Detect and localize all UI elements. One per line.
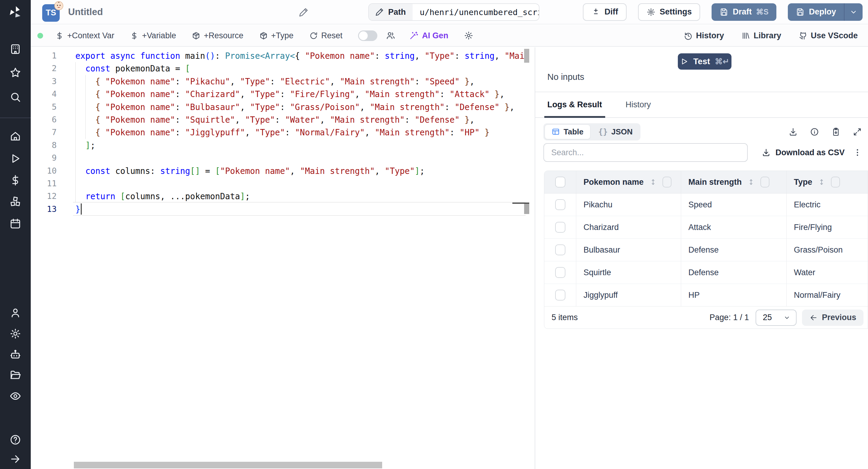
- toolbar--type-button[interactable]: +Type: [259, 31, 293, 40]
- sidebar-item-folder-icon[interactable]: [9, 369, 22, 381]
- view-table-label: Table: [564, 127, 584, 136]
- code-line: [75, 152, 535, 164]
- windmill-logo-icon[interactable]: [8, 5, 23, 20]
- previous-label: Previous: [822, 313, 856, 322]
- baby-emoji-icon: [54, 1, 64, 11]
- toolbar-label: +Type: [271, 31, 293, 40]
- path-label: Path: [388, 7, 406, 17]
- settings-label: Settings: [660, 7, 692, 17]
- table-row[interactable]: SquirtleDefenseWater: [544, 261, 868, 284]
- view-table-button[interactable]: Table: [545, 124, 590, 139]
- column-checkbox[interactable]: [761, 177, 770, 187]
- sidebar-item-home-icon[interactable]: [9, 130, 22, 142]
- row-checkbox[interactable]: [555, 290, 565, 301]
- sidebar-item-play-icon[interactable]: [9, 153, 22, 164]
- table-row[interactable]: PikachuSpeedElectric: [544, 193, 868, 216]
- toolbar-library-button[interactable]: Library: [741, 31, 781, 40]
- expand-icon[interactable]: [852, 127, 862, 136]
- table-search-row: Download as CSV: [544, 143, 862, 162]
- table-row[interactable]: JigglypuffHPNormal/Fairy: [544, 284, 868, 307]
- vertical-scrollbar[interactable]: [524, 49, 529, 63]
- row-checkbox[interactable]: [555, 199, 565, 210]
- sidebar-item-dollar-icon[interactable]: [9, 174, 22, 186]
- path-value[interactable]: u/henri/unencumbered_script: [412, 4, 539, 20]
- sort-icon[interactable]: [747, 178, 755, 187]
- line-number: 9: [31, 152, 57, 164]
- column-label: Type: [794, 178, 812, 187]
- sidebar-item-building-icon[interactable]: [9, 43, 22, 55]
- diff-button[interactable]: Diff: [583, 3, 627, 21]
- sidebar-item-help-icon[interactable]: [9, 434, 22, 446]
- row-select-cell: [544, 261, 576, 284]
- sidebar-item-person-icon[interactable]: [9, 307, 22, 319]
- code-line: return [columns, ...pokemonData];: [75, 190, 535, 202]
- no-inputs-text: No inputs: [547, 72, 584, 82]
- view-json-button[interactable]: {} JSON: [592, 125, 639, 139]
- edit-summary-icon[interactable]: [299, 7, 309, 18]
- per-page-select[interactable]: 25: [755, 310, 797, 326]
- sidebar-item-robot-icon[interactable]: [9, 349, 22, 361]
- editor-settings-icon[interactable]: [464, 31, 473, 40]
- sidebar-item-cubes-icon[interactable]: [9, 196, 22, 208]
- code-editor[interactable]: 12345678910111213 export async function …: [31, 47, 535, 469]
- refresh-icon: [309, 31, 318, 40]
- row-select-cell: [544, 239, 576, 261]
- sidebar-item-gear-icon[interactable]: [9, 327, 22, 340]
- sort-icon[interactable]: [818, 178, 826, 187]
- toolbar--context-var-button[interactable]: +Context Var: [55, 31, 114, 40]
- settings-button[interactable]: Settings: [638, 3, 701, 21]
- collaborators-icon[interactable]: [386, 31, 396, 40]
- diff-mode-toggle[interactable]: [358, 30, 377, 41]
- row-checkbox[interactable]: [555, 222, 565, 233]
- table-row[interactable]: BulbasaurDefenseGrass/Poison: [544, 239, 868, 261]
- download-icon[interactable]: [788, 127, 798, 136]
- sort-icon[interactable]: [649, 178, 657, 187]
- draft-label: Draft: [733, 7, 752, 17]
- toolbar-label: Reset: [321, 31, 343, 40]
- toolbar-history-button[interactable]: History: [684, 31, 724, 40]
- sidebar: [0, 0, 31, 469]
- toolbar--resource-button[interactable]: +Resource: [192, 31, 243, 40]
- sidebar-item-star-icon[interactable]: [9, 67, 22, 79]
- tab-logs-result[interactable]: Logs & Result: [544, 92, 605, 117]
- sidebar-item-calendar-icon[interactable]: [9, 218, 22, 230]
- row-checkbox[interactable]: [555, 245, 565, 255]
- view-switcher: Table {} JSON: [544, 123, 641, 140]
- save-icon: [719, 7, 728, 17]
- download-csv-button[interactable]: Download as CSV: [762, 148, 845, 157]
- toolbar-reset-button[interactable]: Reset: [309, 31, 343, 40]
- column-checkbox[interactable]: [831, 177, 840, 187]
- path-field[interactable]: Path u/henri/unencumbered_script: [368, 3, 539, 21]
- select-all-checkbox[interactable]: [555, 177, 565, 187]
- deploy-split-button: Deploy: [788, 3, 863, 21]
- info-icon[interactable]: [810, 127, 819, 136]
- toggle-knob: [359, 31, 368, 40]
- column-checkbox[interactable]: [662, 177, 672, 187]
- code-line: { "Pokemon name": "Squirtle", "Type": "W…: [75, 113, 535, 126]
- sidebar-item-eye-icon[interactable]: [9, 390, 22, 402]
- toolbar-use-vscode-button[interactable]: Use VScode: [799, 31, 858, 40]
- result-table: Pokemon nameMain strengthType PikachuSpe…: [544, 170, 868, 329]
- table-row[interactable]: CharizardAttackFire/Flying: [544, 216, 868, 239]
- tab-history[interactable]: History: [623, 92, 654, 117]
- deploy-button[interactable]: Deploy: [788, 3, 844, 21]
- draft-button[interactable]: Draft ⌘S: [712, 3, 776, 21]
- test-button[interactable]: Test ⌘↵: [678, 53, 732, 70]
- copy-clipboard-icon[interactable]: [831, 127, 841, 136]
- previous-page-button[interactable]: Previous: [802, 310, 864, 326]
- toolbar--variable-button[interactable]: +Variable: [130, 31, 176, 40]
- ai-gen-button[interactable]: AI Gen: [409, 31, 448, 40]
- github-icon: [799, 31, 807, 40]
- table-header-cell: Main strength: [681, 171, 786, 193]
- line-number: 7: [31, 126, 57, 139]
- table-cell: Speed: [681, 193, 786, 216]
- kebab-menu-icon[interactable]: [853, 148, 862, 157]
- toolbar-label: +Context Var: [67, 31, 114, 40]
- deploy-more-button[interactable]: [844, 3, 863, 21]
- horizontal-scrollbar[interactable]: [74, 462, 382, 468]
- search-input[interactable]: [544, 143, 748, 162]
- row-checkbox[interactable]: [555, 267, 565, 278]
- sidebar-item-arrow-right-icon[interactable]: [9, 453, 22, 465]
- sidebar-item-search-icon[interactable]: [9, 91, 22, 103]
- script-title: Untitled: [68, 7, 103, 18]
